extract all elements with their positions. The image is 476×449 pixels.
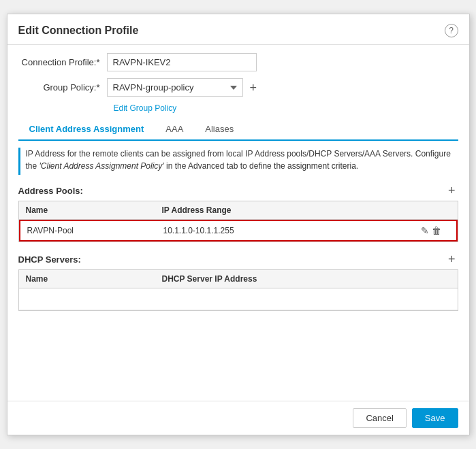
group-policy-select-wrapper: RAVPN-group-policy + [107, 78, 260, 97]
address-pools-header-row: Name IP Address Range [19, 201, 458, 220]
save-button[interactable]: Save [412, 408, 458, 428]
delete-icon[interactable]: 🗑 [432, 225, 441, 236]
dhcp-empty-cell [19, 290, 35, 309]
connection-profile-input[interactable] [107, 53, 257, 71]
description-text: IP Address for the remote clients can be… [18, 148, 458, 175]
connection-profile-label: Connection Profile:* [18, 57, 107, 67]
connection-profile-row: Connection Profile:* [18, 53, 458, 71]
edit-group-policy-link[interactable]: Edit Group Policy [114, 103, 458, 113]
address-pool-ip-range: 10.1.1.0-10.1.1.255 [157, 221, 415, 240]
dhcp-servers-col-ip: DHCP Server IP Address [155, 270, 417, 288]
dhcp-servers-header-row: Name DHCP Server IP Address [19, 270, 458, 288]
group-policy-label: Group Policy:* [18, 82, 107, 93]
dhcp-servers-add-button[interactable]: + [445, 253, 458, 265]
dialog-body: Connection Profile:* Group Policy:* RAVP… [7, 45, 469, 401]
tabs-container: Client Address Assignment AAA Aliases [18, 118, 458, 141]
address-pools-table: Name IP Address Range RAVPN-Pool 10.1.1.… [18, 201, 458, 242]
dhcp-servers-col-name: Name [19, 270, 155, 288]
table-row: RAVPN-Pool 10.1.1.0-10.1.1.255 ✎ 🗑 [19, 220, 458, 242]
help-icon[interactable]: ? [445, 24, 458, 37]
tab-client-address-assignment[interactable]: Client Address Assignment [18, 118, 155, 141]
address-pools-title: Address Pools: [18, 186, 83, 196]
dhcp-empty-row [19, 288, 458, 310]
address-pools-section-header: Address Pools: + [18, 184, 458, 197]
group-policy-select[interactable]: RAVPN-group-policy [107, 78, 243, 97]
tab-aliases[interactable]: Aliases [194, 118, 244, 141]
cancel-button[interactable]: Cancel [353, 408, 406, 428]
address-pools-col-ip: IP Address Range [155, 201, 417, 219]
group-policy-row: Group Policy:* RAVPN-group-policy + [18, 78, 458, 97]
address-pools-col-actions [417, 201, 458, 219]
address-pool-actions: ✎ 🗑 [415, 222, 456, 239]
dialog-header: Edit Connection Profile ? [7, 14, 469, 45]
tab-aaa[interactable]: AAA [155, 118, 194, 141]
edit-icon[interactable]: ✎ [421, 225, 429, 236]
address-pools-add-button[interactable]: + [445, 184, 458, 197]
edit-connection-profile-dialog: Edit Connection Profile ? Connection Pro… [7, 14, 470, 435]
group-policy-add-button[interactable]: + [247, 82, 260, 94]
dhcp-servers-col-actions [417, 270, 458, 288]
dhcp-servers-table: Name DHCP Server IP Address [18, 269, 458, 311]
address-pools-col-name: Name [19, 201, 155, 219]
dialog-title: Edit Connection Profile [18, 24, 139, 37]
dhcp-servers-section-header: DHCP Servers: + [18, 253, 458, 265]
dialog-footer: Cancel Save [7, 401, 469, 435]
dhcp-servers-title: DHCP Servers: [18, 254, 81, 265]
address-pool-name: RAVPN-Pool [20, 221, 157, 240]
